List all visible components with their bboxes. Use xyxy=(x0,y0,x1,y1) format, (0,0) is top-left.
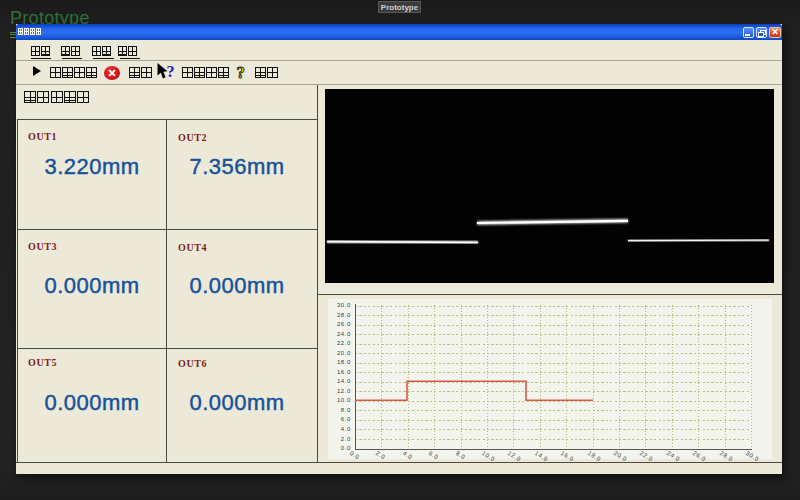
svg-text:?: ? xyxy=(167,63,175,80)
svg-text:?: ? xyxy=(237,63,246,81)
